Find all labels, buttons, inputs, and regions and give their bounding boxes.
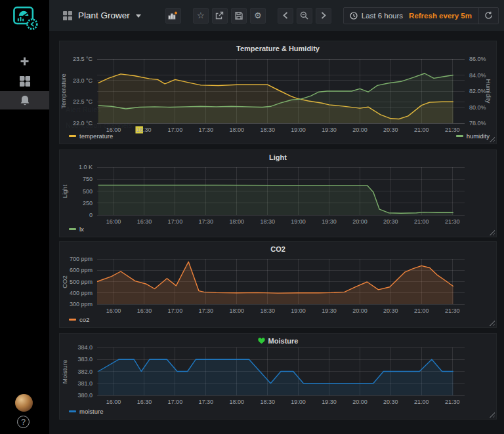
svg-text:21:30: 21:30 <box>445 307 460 314</box>
y-axis-label-right: Humidity <box>484 65 492 117</box>
legend-series-color <box>69 319 76 321</box>
panel-resize-handle[interactable] <box>489 412 495 418</box>
svg-text:17:00: 17:00 <box>168 399 183 405</box>
svg-text:23.0 °C: 23.0 °C <box>73 77 93 84</box>
legend-series-color <box>69 135 76 137</box>
time-forward-button[interactable] <box>316 8 331 24</box>
panel-moisture: Moisture 16:0016:3017:0017:3018:0018:301… <box>59 333 497 420</box>
time-picker: Last 6 hours Refresh every 5m <box>343 7 499 24</box>
svg-text:384.0: 384.0 <box>77 344 93 351</box>
svg-text:18:30: 18:30 <box>260 399 275 405</box>
svg-text:20:00: 20:00 <box>352 218 368 225</box>
svg-text:84.0%: 84.0% <box>469 72 486 79</box>
panel-resize-handle[interactable] <box>489 320 495 326</box>
toolbar: ☆ ⚙ <box>165 7 499 24</box>
chart-canvas[interactable]: 16:0016:3017:0017:3018:0018:3019:0019:30… <box>60 242 496 327</box>
panel-resize-handle[interactable] <box>489 136 495 142</box>
svg-text:80.0%: 80.0% <box>469 104 486 111</box>
legend-item-humidity[interactable]: humidity <box>456 132 490 140</box>
sidebar-item-dashboards[interactable] <box>0 72 49 90</box>
svg-text:18:30: 18:30 <box>260 218 275 225</box>
share-button[interactable] <box>212 8 228 24</box>
legend: moisture <box>69 407 490 416</box>
y-axis-label-left: Light <box>61 165 69 218</box>
legend-item-lx[interactable]: lx <box>69 226 84 233</box>
header: Plant Grower ☆ ⚙ <box>49 0 504 31</box>
svg-text:19:00: 19:00 <box>291 399 306 405</box>
star-icon: ☆ <box>197 10 205 20</box>
refresh-interval-button[interactable]: Refresh every 5m <box>409 12 478 20</box>
gear-icon: ⚙ <box>254 10 262 20</box>
svg-text:20:30: 20:30 <box>383 307 398 314</box>
time-back-button[interactable] <box>278 8 293 24</box>
chart-canvas[interactable]: 16:0016:3017:0017:3018:0018:3019:0019:30… <box>60 334 496 419</box>
ghost-menu-item: Notification channels <box>66 121 133 129</box>
help-icon[interactable]: ? <box>17 416 30 428</box>
svg-text:17:30: 17:30 <box>199 399 214 405</box>
plus-icon <box>20 56 30 66</box>
svg-text:16:00: 16:00 <box>106 399 121 405</box>
svg-text:380.0: 380.0 <box>77 392 93 399</box>
legend: co2 <box>69 315 490 324</box>
y-axis-label-left: Moisture <box>61 345 69 398</box>
svg-text:18:00: 18:00 <box>229 218 244 225</box>
user-avatar[interactable] <box>15 394 33 412</box>
svg-text:20:30: 20:30 <box>383 399 398 405</box>
app-logo-icon[interactable] <box>9 2 39 31</box>
svg-text:22.5 °C: 22.5 °C <box>73 98 93 105</box>
svg-text:16:30: 16:30 <box>137 399 152 405</box>
svg-text:86.0%: 86.0% <box>469 56 486 62</box>
svg-text:19:30: 19:30 <box>322 399 337 405</box>
svg-text:18:00: 18:00 <box>229 307 244 314</box>
star-button[interactable]: ☆ <box>193 8 209 24</box>
legend-item-temperature[interactable]: temperature <box>69 132 113 140</box>
sidebar-item-add[interactable] <box>0 52 49 70</box>
y-axis-label-left: CO2 <box>61 256 69 308</box>
svg-text:17:30: 17:30 <box>199 218 214 225</box>
legend-series-color <box>456 135 463 137</box>
svg-text:16:30: 16:30 <box>137 218 152 225</box>
magnifier-icon <box>300 11 308 20</box>
save-button[interactable] <box>231 8 247 24</box>
svg-text:500: 500 <box>83 188 93 195</box>
svg-text:18:00: 18:00 <box>229 399 244 405</box>
svg-text:21:30: 21:30 <box>445 218 460 225</box>
chevron-down-icon <box>136 14 141 18</box>
ghost-menu-item: Alert Rules <box>66 106 101 113</box>
svg-text:21:00: 21:00 <box>414 399 429 405</box>
panel-resize-handle[interactable] <box>489 229 495 235</box>
legend: temperaturehumidity <box>69 132 490 140</box>
svg-text:78.0%: 78.0% <box>469 120 486 127</box>
svg-text:19:00: 19:00 <box>291 307 306 314</box>
svg-text:19:30: 19:30 <box>322 307 337 314</box>
svg-text:700 ppm: 700 ppm <box>70 256 93 262</box>
legend-item-moisture[interactable]: moisture <box>69 408 103 415</box>
svg-text:21:00: 21:00 <box>414 218 429 225</box>
chevron-right-icon <box>321 12 326 19</box>
panel-co2: CO2 16:0016:3017:0017:3018:0018:3019:001… <box>59 241 497 328</box>
svg-text:16:00: 16:00 <box>106 218 121 225</box>
svg-text:19:30: 19:30 <box>322 218 337 225</box>
time-range-button[interactable]: Last 6 hours <box>344 12 409 20</box>
sidebar-item-alerting[interactable] <box>0 91 49 109</box>
add-panel-button[interactable] <box>165 8 181 24</box>
svg-text:17:00: 17:00 <box>168 218 183 225</box>
svg-text:16:00: 16:00 <box>106 307 121 314</box>
svg-text:1.0 K: 1.0 K <box>79 164 93 170</box>
settings-button[interactable]: ⚙ <box>250 8 266 24</box>
svg-text:21:00: 21:00 <box>414 307 429 314</box>
save-icon <box>235 12 243 20</box>
share-icon <box>215 11 224 20</box>
add-panel-icon <box>168 11 178 20</box>
svg-text:400 ppm: 400 ppm <box>70 290 93 296</box>
breadcrumb[interactable]: Plant Grower <box>63 10 141 20</box>
legend-item-co2[interactable]: co2 <box>69 316 89 323</box>
chart-canvas[interactable]: 16:0016:3017:0017:3018:0018:3019:0019:30… <box>60 150 496 237</box>
legend: lx <box>69 225 490 233</box>
dashboards-grid-icon <box>20 76 30 87</box>
refresh-button[interactable] <box>478 8 498 24</box>
time-range-label: Last 6 hours <box>362 12 403 20</box>
zoom-out-button[interactable] <box>297 8 312 24</box>
svg-text:20:00: 20:00 <box>352 307 368 314</box>
dashboard-title: Plant Grower <box>78 10 130 20</box>
